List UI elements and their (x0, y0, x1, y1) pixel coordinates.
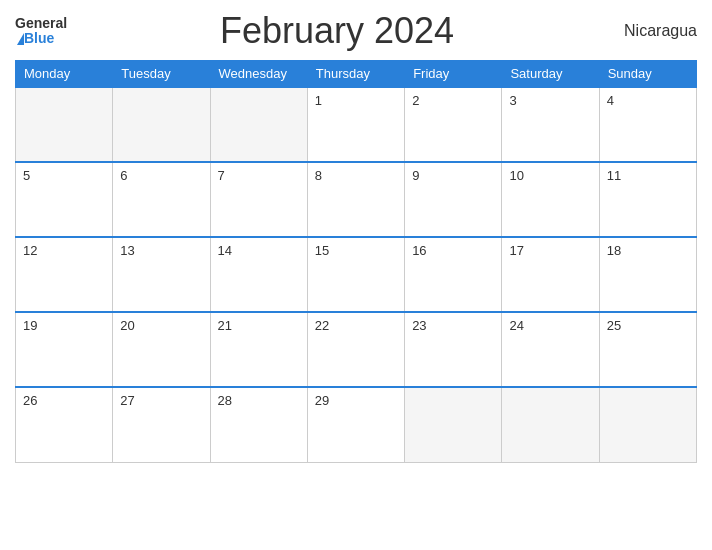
calendar-day-cell: 12 (16, 237, 113, 312)
day-number: 26 (23, 393, 37, 408)
day-number: 28 (218, 393, 232, 408)
header-tuesday: Tuesday (113, 61, 210, 88)
calendar-day-cell: 20 (113, 312, 210, 387)
day-number: 11 (607, 168, 621, 183)
day-number: 13 (120, 243, 134, 258)
logo-triangle-icon (17, 33, 24, 45)
day-number: 22 (315, 318, 329, 333)
country-label: Nicaragua (607, 22, 697, 40)
day-number: 20 (120, 318, 134, 333)
calendar-day-cell: 15 (307, 237, 404, 312)
calendar-week-row: 26272829 (16, 387, 697, 462)
calendar-day-cell (16, 87, 113, 162)
day-number: 21 (218, 318, 232, 333)
day-number: 10 (509, 168, 523, 183)
calendar-day-cell: 14 (210, 237, 307, 312)
calendar-day-cell: 5 (16, 162, 113, 237)
calendar-day-cell: 27 (113, 387, 210, 462)
calendar-day-cell: 11 (599, 162, 696, 237)
day-number: 12 (23, 243, 37, 258)
calendar-day-cell (502, 387, 599, 462)
day-number: 19 (23, 318, 37, 333)
day-number: 8 (315, 168, 322, 183)
day-number: 5 (23, 168, 30, 183)
logo-general-text: General (15, 16, 67, 31)
calendar-day-cell: 17 (502, 237, 599, 312)
day-number: 7 (218, 168, 225, 183)
calendar-day-cell: 26 (16, 387, 113, 462)
calendar-day-cell: 2 (405, 87, 502, 162)
header-wednesday: Wednesday (210, 61, 307, 88)
calendar-day-cell (405, 387, 502, 462)
day-number: 2 (412, 93, 419, 108)
header-friday: Friday (405, 61, 502, 88)
calendar-day-cell: 23 (405, 312, 502, 387)
calendar-day-cell: 16 (405, 237, 502, 312)
calendar-day-cell: 29 (307, 387, 404, 462)
calendar-day-cell: 6 (113, 162, 210, 237)
day-number: 4 (607, 93, 614, 108)
calendar-day-cell: 13 (113, 237, 210, 312)
header-thursday: Thursday (307, 61, 404, 88)
logo: General Blue (15, 16, 67, 47)
calendar-day-cell: 28 (210, 387, 307, 462)
day-number: 15 (315, 243, 329, 258)
calendar-day-cell (599, 387, 696, 462)
calendar-day-cell: 9 (405, 162, 502, 237)
calendar-thead: Monday Tuesday Wednesday Thursday Friday… (16, 61, 697, 88)
calendar-day-cell: 18 (599, 237, 696, 312)
day-number: 14 (218, 243, 232, 258)
calendar-day-cell: 3 (502, 87, 599, 162)
day-number: 16 (412, 243, 426, 258)
calendar-body: 1234567891011121314151617181920212223242… (16, 87, 697, 462)
calendar-day-cell: 24 (502, 312, 599, 387)
header-monday: Monday (16, 61, 113, 88)
calendar-table: Monday Tuesday Wednesday Thursday Friday… (15, 60, 697, 463)
calendar-day-cell: 19 (16, 312, 113, 387)
calendar-week-row: 567891011 (16, 162, 697, 237)
header-sunday: Sunday (599, 61, 696, 88)
day-number: 24 (509, 318, 523, 333)
calendar-day-cell (210, 87, 307, 162)
calendar-day-cell: 8 (307, 162, 404, 237)
calendar-day-cell: 21 (210, 312, 307, 387)
calendar-week-row: 12131415161718 (16, 237, 697, 312)
calendar-day-cell: 25 (599, 312, 696, 387)
calendar-container: General Blue February 2024 Nicaragua Mon… (0, 0, 712, 550)
day-number: 3 (509, 93, 516, 108)
calendar-header: General Blue February 2024 Nicaragua (15, 10, 697, 52)
days-header-row: Monday Tuesday Wednesday Thursday Friday… (16, 61, 697, 88)
month-title: February 2024 (67, 10, 607, 52)
calendar-day-cell: 1 (307, 87, 404, 162)
day-number: 27 (120, 393, 134, 408)
day-number: 23 (412, 318, 426, 333)
calendar-day-cell: 10 (502, 162, 599, 237)
day-number: 9 (412, 168, 419, 183)
day-number: 18 (607, 243, 621, 258)
calendar-day-cell: 4 (599, 87, 696, 162)
logo-blue-text: Blue (24, 31, 54, 46)
day-number: 25 (607, 318, 621, 333)
calendar-day-cell: 7 (210, 162, 307, 237)
day-number: 1 (315, 93, 322, 108)
header-saturday: Saturday (502, 61, 599, 88)
calendar-day-cell (113, 87, 210, 162)
calendar-day-cell: 22 (307, 312, 404, 387)
day-number: 17 (509, 243, 523, 258)
calendar-week-row: 1234 (16, 87, 697, 162)
day-number: 29 (315, 393, 329, 408)
day-number: 6 (120, 168, 127, 183)
calendar-week-row: 19202122232425 (16, 312, 697, 387)
